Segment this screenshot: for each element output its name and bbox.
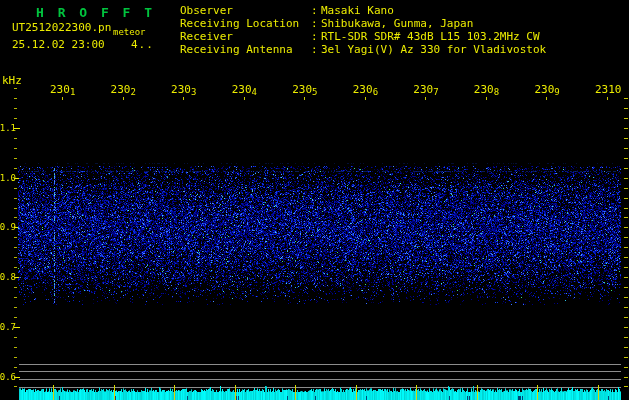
datetime-label: 25.12.02 23:00: [12, 38, 105, 51]
time-tick-label: 2301: [50, 83, 75, 96]
time-tick-label: 2307: [413, 83, 438, 96]
info-value: Masaki Kano: [321, 4, 394, 17]
time-tick-label: 2310: [595, 83, 622, 96]
app-title: H R O F F T: [36, 5, 155, 20]
info-value: RTL-SDR SDR# 43dB L15 103.2MHz CW: [321, 30, 540, 43]
info-value: Shibukawa, Gunma, Japan: [321, 17, 473, 30]
info-row: Receiver:RTL-SDR SDR# 43dB L15 103.2MHz …: [180, 30, 546, 43]
freq-unit-label: kHz: [2, 74, 22, 87]
time-tick-label: 2306: [353, 83, 378, 96]
time-tick-label: 2309: [534, 83, 559, 96]
receiver-info: Observer:Masaki KanoReceiving Location:S…: [180, 4, 546, 56]
observation-mode-label: meteor: [113, 27, 146, 37]
freq-tick-label: 1.1: [0, 123, 16, 133]
info-label: Receiving Location: [180, 17, 311, 30]
info-label: Receiving Antenna: [180, 43, 311, 56]
spectrogram-canvas: [0, 0, 629, 400]
time-tick-label: 2305: [292, 83, 317, 96]
info-row: Observer:Masaki Kano: [180, 4, 546, 17]
info-value: 3el Yagi(V) Az 330 for Vladivostok: [321, 43, 546, 56]
hrofft-window: H R O F F T UT2512022300.pn meteor 25.12…: [0, 0, 629, 400]
time-tick-label: 2302: [111, 83, 136, 96]
freq-tick-label: 0.7: [0, 322, 16, 332]
freq-tick-label: 1.0: [0, 173, 16, 183]
info-separator: :: [311, 30, 321, 43]
counter-label: 4..: [131, 38, 154, 51]
info-label: Observer: [180, 4, 311, 17]
info-separator: :: [311, 17, 321, 30]
time-tick-label: 2308: [474, 83, 499, 96]
freq-tick-label: 0.9: [0, 222, 16, 232]
freq-tick-label: 0.8: [0, 272, 16, 282]
freq-tick-label: 0.6: [0, 372, 16, 382]
capture-filename: UT2512022300.pn: [12, 21, 111, 34]
info-separator: :: [311, 4, 321, 17]
info-row: Receiving Location:Shibukawa, Gunma, Jap…: [180, 17, 546, 30]
info-separator: :: [311, 43, 321, 56]
time-tick-label: 2304: [232, 83, 257, 96]
time-tick-label: 2303: [171, 83, 196, 96]
info-label: Receiver: [180, 30, 311, 43]
info-row: Receiving Antenna:3el Yagi(V) Az 330 for…: [180, 43, 546, 56]
